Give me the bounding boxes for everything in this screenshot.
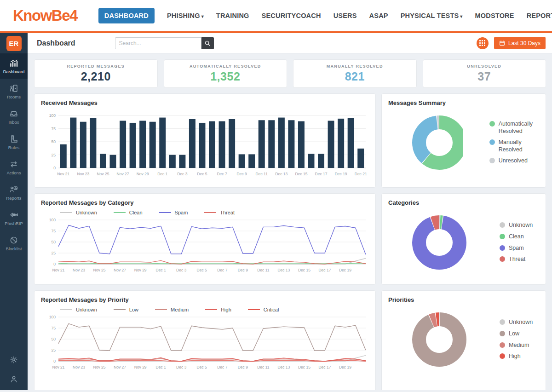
nav-item-asap[interactable]: ASAP bbox=[369, 12, 388, 19]
svg-text:Nov 25: Nov 25 bbox=[97, 172, 109, 176]
chart-title: Priorities bbox=[388, 296, 539, 303]
bar bbox=[80, 122, 86, 168]
legend-swatch bbox=[155, 309, 167, 310]
stat-card-automatically-resolved: AUTOMATICALLY RESOLVED1,352 bbox=[164, 59, 288, 88]
legend-item-manually-resolved[interactable]: Manually Resolved bbox=[489, 139, 539, 153]
bar bbox=[159, 118, 166, 168]
sidebar-item-actions[interactable]: Actions bbox=[0, 155, 28, 180]
sidebar-item-blocklist[interactable]: Blocklist bbox=[0, 231, 28, 256]
stat-label: UNRESOLVED bbox=[467, 64, 501, 69]
legend-item-threat[interactable]: Threat bbox=[500, 256, 533, 263]
nav-item-reports[interactable]: REPORTS bbox=[527, 12, 552, 19]
sidebar-user-button[interactable] bbox=[9, 375, 18, 384]
svg-text:75: 75 bbox=[52, 127, 56, 131]
svg-text:Dec 17: Dec 17 bbox=[315, 172, 328, 176]
svg-text:Dec 15: Dec 15 bbox=[298, 268, 310, 272]
svg-text:75: 75 bbox=[52, 326, 56, 330]
legend-item-clean[interactable]: Clean bbox=[500, 233, 533, 241]
knowbe4-logo[interactable]: KnowBe4 bbox=[13, 7, 77, 24]
legend-label: Threat bbox=[509, 256, 525, 263]
legend-item-unknown[interactable]: Unknown bbox=[500, 222, 533, 229]
legend-item-unknown[interactable]: Unknown bbox=[60, 210, 97, 215]
nav-item-users[interactable]: USERS bbox=[334, 12, 357, 19]
legend-item-threat[interactable]: Threat bbox=[204, 210, 235, 215]
legend-item-high[interactable]: High bbox=[500, 353, 533, 360]
bar bbox=[169, 155, 176, 168]
bar bbox=[248, 154, 255, 168]
sidebar-item-label: Reports bbox=[6, 196, 21, 201]
date-range-label: Last 30 Days bbox=[508, 40, 540, 46]
sidebar-item-inbox[interactable]: Inbox bbox=[0, 104, 28, 129]
legend-item-unknown[interactable]: Unknown bbox=[500, 319, 533, 326]
bar bbox=[268, 120, 275, 168]
svg-text:Dec 5: Dec 5 bbox=[197, 365, 207, 369]
bar bbox=[179, 155, 185, 168]
legend-swatch bbox=[500, 319, 505, 325]
svg-text:Dec 5: Dec 5 bbox=[197, 268, 207, 272]
dashboard-icon bbox=[9, 58, 18, 68]
legend-item-low[interactable]: Low bbox=[114, 307, 138, 312]
legend-item-low[interactable]: Low bbox=[500, 330, 533, 338]
legend-label: Clean bbox=[509, 233, 524, 241]
svg-text:Dec 9: Dec 9 bbox=[238, 365, 248, 369]
nav-item-phishing[interactable]: PHISHING▾ bbox=[167, 12, 204, 19]
sidebar-item-dashboard[interactable]: Dashboard bbox=[0, 53, 28, 79]
legend-item-unresolved[interactable]: Unresolved bbox=[489, 157, 539, 165]
bar bbox=[308, 154, 314, 168]
legend-label: Unresolved bbox=[499, 157, 528, 165]
sidebar-item-rules[interactable]: Rules bbox=[0, 129, 28, 155]
sidebar-item-label: Dashboard bbox=[3, 69, 24, 74]
main-nav: DASHBOARDPHISHING▾TRAININGSECURITYCOACHU… bbox=[98, 8, 552, 23]
nav-item-physical-tests[interactable]: PHYSICAL TESTS▾ bbox=[401, 12, 463, 19]
apps-grid-button[interactable] bbox=[477, 37, 489, 49]
legend-item-medium[interactable]: Medium bbox=[500, 342, 533, 349]
legend-item-spam[interactable]: Spam bbox=[159, 210, 188, 215]
sidebar-item-reports[interactable]: Reports bbox=[0, 180, 28, 205]
nav-item-dashboard[interactable]: DASHBOARD bbox=[98, 8, 155, 23]
chart-title: Received Messages bbox=[41, 99, 369, 106]
date-range-button[interactable]: Last 30 Days bbox=[494, 37, 546, 49]
legend-item-clean[interactable]: Clean bbox=[114, 210, 143, 215]
donut-legend: Automatically ResolvedManually ResolvedU… bbox=[489, 121, 539, 165]
phisher-logo[interactable]: ER bbox=[6, 36, 22, 51]
nav-item-training[interactable]: TRAINING bbox=[216, 12, 249, 19]
sidebar-gear-button[interactable] bbox=[9, 355, 18, 364]
svg-text:50: 50 bbox=[52, 139, 56, 144]
nav-item-securitycoach[interactable]: SECURITYCOACH bbox=[262, 12, 321, 19]
sidebar-item-rooms[interactable]: Rooms bbox=[0, 79, 28, 104]
svg-text:Dec 7: Dec 7 bbox=[217, 172, 227, 176]
chevron-down-icon: ▾ bbox=[201, 14, 204, 19]
legend-label: High bbox=[221, 307, 231, 312]
svg-text:Nov 23: Nov 23 bbox=[73, 365, 85, 369]
series-low bbox=[58, 323, 366, 351]
donut-chart bbox=[406, 109, 463, 176]
sidebar-item-label: Rules bbox=[8, 145, 19, 150]
rules-icon bbox=[9, 134, 18, 144]
nav-item-modstore[interactable]: MODSTORE bbox=[475, 12, 514, 19]
legend-item-high[interactable]: High bbox=[205, 307, 231, 312]
search-button[interactable] bbox=[201, 37, 214, 49]
legend-item-spam[interactable]: Spam bbox=[500, 245, 533, 252]
legend-item-automatically-resolved[interactable]: Automatically Resolved bbox=[489, 121, 539, 135]
legend-label: Automatically Resolved bbox=[499, 121, 539, 135]
svg-text:Dec 9: Dec 9 bbox=[238, 268, 248, 272]
legend-label: Medium bbox=[171, 307, 189, 312]
sidebar-item-phishrip[interactable]: PhishRIP bbox=[0, 205, 28, 231]
sidebar-item-label: Rooms bbox=[7, 94, 21, 99]
svg-text:Dec 1: Dec 1 bbox=[156, 268, 166, 272]
legend-label: Medium bbox=[509, 342, 529, 349]
search-bar bbox=[115, 37, 214, 49]
search-input[interactable] bbox=[115, 37, 201, 49]
bar-chart: 0255075100Nov 21Nov 23Nov 25Nov 27Nov 29… bbox=[41, 109, 368, 183]
bar bbox=[348, 118, 354, 168]
stat-card-unresolved: UNRESOLVED37 bbox=[423, 59, 546, 88]
stat-card-reported-messages: REPORTED MESSAGES2,210 bbox=[34, 59, 158, 88]
legend-item-medium[interactable]: Medium bbox=[155, 307, 189, 312]
reports-icon bbox=[9, 185, 18, 194]
bar bbox=[150, 122, 156, 168]
legend-item-unknown[interactable]: Unknown bbox=[60, 307, 97, 312]
bar bbox=[229, 119, 235, 168]
legend-item-critical[interactable]: Critical bbox=[248, 307, 279, 312]
svg-text:Nov 27: Nov 27 bbox=[114, 365, 126, 369]
calendar-icon bbox=[499, 40, 505, 46]
